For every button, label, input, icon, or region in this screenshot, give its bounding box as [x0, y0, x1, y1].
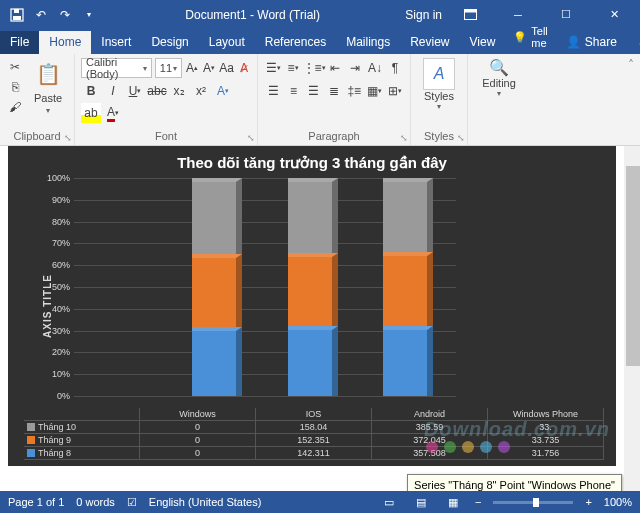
clipboard-icon: 📋	[34, 58, 62, 90]
share-button[interactable]: 👤Share	[556, 35, 627, 54]
vertical-scrollbar[interactable]	[624, 146, 640, 491]
borders-icon[interactable]: ⊞▾	[386, 81, 404, 101]
close-icon[interactable]: ✕	[594, 0, 634, 29]
tab-review[interactable]: Review	[400, 31, 459, 54]
group-font: Calibri (Body)▾ 11▾ A▴ A▾ Aa A̷ B I U▾ a…	[75, 54, 258, 145]
undo-icon[interactable]: ↶	[30, 4, 52, 26]
change-case-icon[interactable]: Aa	[219, 58, 234, 78]
tab-view[interactable]: View	[460, 31, 506, 54]
increase-indent-icon[interactable]: ⇥	[346, 58, 364, 78]
qat-dropdown-icon[interactable]: ▾	[78, 4, 100, 26]
bold-icon[interactable]: B	[81, 81, 101, 101]
zoom-level[interactable]: 100%	[604, 496, 632, 508]
statusbar: Page 1 of 1 0 words ☑ English (United St…	[0, 491, 640, 513]
group-clipboard: ✂ ⎘ 🖌 📋 Paste ▾ Clipboard ⤡	[0, 54, 75, 145]
align-center-icon[interactable]: ≡	[284, 81, 302, 101]
tab-insert[interactable]: Insert	[91, 31, 141, 54]
zoom-out-icon[interactable]: −	[475, 496, 481, 508]
align-left-icon[interactable]: ☰	[264, 81, 282, 101]
dialog-launcher-icon[interactable]: ⤡	[64, 133, 72, 143]
chart-bar[interactable]	[383, 178, 433, 396]
print-layout-icon[interactable]: ▤	[411, 494, 431, 510]
justify-icon[interactable]: ≣	[325, 81, 343, 101]
strike-icon[interactable]: abc	[147, 81, 167, 101]
line-spacing-icon[interactable]: ‡≡	[345, 81, 363, 101]
align-right-icon[interactable]: ☰	[305, 81, 323, 101]
zoom-slider[interactable]	[493, 501, 573, 504]
svg-rect-4	[464, 10, 476, 13]
redo-icon[interactable]: ↷	[54, 4, 76, 26]
highlight-icon[interactable]: ab	[81, 103, 101, 123]
clear-format-icon[interactable]: A̷	[237, 58, 251, 78]
multilevel-icon[interactable]: ⋮≡▾	[304, 58, 324, 78]
page-status[interactable]: Page 1 of 1	[8, 496, 64, 508]
font-size-combo[interactable]: 11▾	[155, 58, 182, 78]
ribbon-display-icon[interactable]	[450, 0, 490, 29]
shading-icon[interactable]: ▦▾	[365, 81, 383, 101]
superscript-icon[interactable]: x²	[191, 81, 211, 101]
chart-title: Theo dõi tăng trưởng 3 tháng gần đây	[8, 146, 616, 178]
tab-home[interactable]: Home	[39, 31, 91, 54]
ribbon: ✂ ⎘ 🖌 📋 Paste ▾ Clipboard ⤡ Calibri (Bod…	[0, 54, 640, 146]
tab-design[interactable]: Design	[141, 31, 198, 54]
spellcheck-icon[interactable]: ☑	[127, 496, 137, 509]
show-marks-icon[interactable]: ¶	[386, 58, 404, 78]
subscript-icon[interactable]: x₂	[169, 81, 189, 101]
chart-yaxis: 0%10%20%30%40%50%60%70%80%90%100%	[42, 178, 72, 396]
chart-bar[interactable]	[288, 178, 338, 396]
shrink-font-icon[interactable]: A▾	[202, 58, 216, 78]
collapse-ribbon-icon[interactable]: ˄	[622, 54, 640, 145]
styles-thumb-icon[interactable]: A	[423, 58, 455, 90]
watermark: Download.com.vn	[424, 418, 610, 441]
tab-file[interactable]: File	[0, 31, 39, 54]
document-area: Theo dõi tăng trưởng 3 tháng gần đây AXI…	[0, 146, 640, 491]
decrease-indent-icon[interactable]: ⇤	[326, 58, 344, 78]
font-color-icon[interactable]: A▾	[103, 103, 123, 123]
dialog-launcher-icon[interactable]: ⤡	[457, 133, 465, 143]
text-effects-icon[interactable]: A▾	[213, 81, 233, 101]
font-name-combo[interactable]: Calibri (Body)▾	[81, 58, 152, 78]
format-painter-icon[interactable]: 🖌	[6, 98, 24, 116]
web-layout-icon[interactable]: ▦	[443, 494, 463, 510]
dialog-launcher-icon[interactable]: ⤡	[400, 133, 408, 143]
tab-mailings[interactable]: Mailings	[336, 31, 400, 54]
feedback-icon[interactable]: ☺	[627, 35, 640, 54]
svg-rect-2	[13, 16, 21, 20]
find-icon[interactable]: 🔍	[489, 58, 509, 77]
grow-font-icon[interactable]: A▴	[185, 58, 199, 78]
bulb-icon: 💡	[513, 31, 527, 44]
read-mode-icon[interactable]: ▭	[379, 494, 399, 510]
bullets-icon[interactable]: ☰▾	[264, 58, 282, 78]
chart-plot	[74, 178, 456, 396]
sort-icon[interactable]: A↓	[366, 58, 384, 78]
italic-icon[interactable]: I	[103, 81, 123, 101]
paste-button[interactable]: 📋 Paste ▾	[28, 58, 68, 115]
window-title: Document1 - Word (Trial)	[100, 8, 405, 22]
quick-access-toolbar: ↶ ↷ ▾	[0, 4, 100, 26]
copy-icon[interactable]: ⎘	[6, 78, 24, 96]
svg-rect-1	[14, 9, 19, 13]
save-icon[interactable]	[6, 4, 28, 26]
group-styles: A Styles ▾ Styles ⤡	[411, 54, 468, 145]
language-status[interactable]: English (United States)	[149, 496, 262, 508]
dialog-launcher-icon[interactable]: ⤡	[247, 133, 255, 143]
group-paragraph: ☰▾ ≡▾ ⋮≡▾ ⇤ ⇥ A↓ ¶ ☰ ≡ ☰ ≣ ‡≡ ▦▾ ⊞▾ Para…	[258, 54, 411, 145]
chart-bar[interactable]	[192, 178, 242, 396]
signin-link[interactable]: Sign in	[405, 8, 442, 22]
underline-icon[interactable]: U▾	[125, 81, 145, 101]
word-count[interactable]: 0 words	[76, 496, 115, 508]
watermark-dots	[426, 441, 510, 453]
numbering-icon[interactable]: ≡▾	[284, 58, 302, 78]
chart-bar[interactable]	[97, 178, 147, 396]
tab-references[interactable]: References	[255, 31, 336, 54]
share-icon: 👤	[566, 35, 581, 49]
tell-me[interactable]: 💡Tell me	[505, 25, 556, 54]
tab-layout[interactable]: Layout	[199, 31, 255, 54]
cut-icon[interactable]: ✂	[6, 58, 24, 76]
group-editing: 🔍 Editing ▾	[468, 54, 530, 145]
zoom-in-icon[interactable]: +	[585, 496, 591, 508]
ribbon-tabs: File Home Insert Design Layout Reference…	[0, 29, 640, 54]
